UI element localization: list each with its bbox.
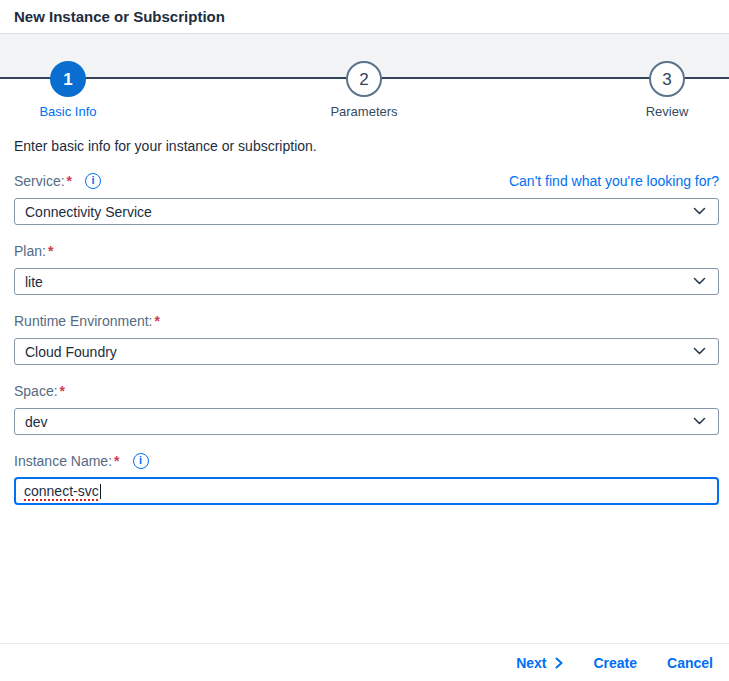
chevron-down-icon bbox=[693, 207, 706, 216]
wizard-step-basic-info[interactable]: 1 Basic Info bbox=[0, 61, 138, 119]
runtime-select[interactable]: Cloud Foundry bbox=[14, 338, 719, 365]
service-label: Service: bbox=[14, 173, 65, 189]
plan-label: Plan: bbox=[14, 243, 46, 259]
chevron-down-icon bbox=[693, 417, 706, 426]
page-title: New Instance or Subscription bbox=[14, 8, 225, 25]
step-2-label: Parameters bbox=[330, 104, 397, 119]
next-button[interactable]: Next bbox=[516, 655, 563, 671]
create-button[interactable]: Create bbox=[593, 655, 637, 671]
cancel-button-label: Cancel bbox=[667, 655, 713, 671]
chevron-down-icon bbox=[693, 277, 706, 286]
wizard-step-review[interactable]: 3 Review bbox=[597, 61, 729, 119]
runtime-select-value: Cloud Foundry bbox=[25, 344, 117, 360]
info-icon[interactable]: i bbox=[85, 173, 101, 189]
space-label-row: Space: * bbox=[14, 382, 719, 399]
dialog-titlebar: New Instance or Subscription bbox=[0, 0, 729, 34]
runtime-required-marker: * bbox=[155, 313, 160, 329]
wizard-step-parameters[interactable]: 2 Parameters bbox=[294, 61, 434, 119]
step-1-circle: 1 bbox=[50, 61, 86, 97]
text-caret bbox=[100, 484, 102, 499]
service-label-row: Service: * i Can't find what you're look… bbox=[14, 172, 719, 189]
chevron-down-icon bbox=[693, 347, 706, 356]
plan-select-value: lite bbox=[25, 274, 43, 290]
service-select[interactable]: Connectivity Service bbox=[14, 198, 719, 225]
runtime-label: Runtime Environment: bbox=[14, 313, 153, 329]
service-select-value: Connectivity Service bbox=[25, 204, 152, 220]
create-button-label: Create bbox=[593, 655, 637, 671]
runtime-label-row: Runtime Environment: * bbox=[14, 312, 719, 329]
step-2-circle: 2 bbox=[346, 61, 382, 97]
space-select-value: dev bbox=[25, 414, 48, 430]
plan-select[interactable]: lite bbox=[14, 268, 719, 295]
space-select[interactable]: dev bbox=[14, 408, 719, 435]
instance-name-required-marker: * bbox=[114, 453, 119, 469]
footer-bar: Next Create Cancel bbox=[0, 643, 729, 681]
next-button-label: Next bbox=[516, 655, 546, 671]
instance-name-value: connect-svc bbox=[24, 483, 99, 499]
step-1-label: Basic Info bbox=[39, 104, 96, 119]
space-required-marker: * bbox=[60, 383, 65, 399]
plan-label-row: Plan: * bbox=[14, 242, 719, 259]
info-icon[interactable]: i bbox=[133, 453, 149, 469]
service-required-marker: * bbox=[67, 173, 72, 189]
form-area: Enter basic info for your instance or su… bbox=[0, 138, 729, 505]
instance-name-label-row: Instance Name: * i bbox=[14, 452, 719, 469]
instance-name-label: Instance Name: bbox=[14, 453, 112, 469]
step-3-circle: 3 bbox=[649, 61, 685, 97]
step-3-label: Review bbox=[646, 104, 689, 119]
wizard-tracker: 1 Basic Info 2 Parameters 3 Review bbox=[0, 34, 729, 126]
space-label: Space: bbox=[14, 383, 58, 399]
instance-name-input[interactable]: connect-svc bbox=[14, 477, 719, 505]
intro-text: Enter basic info for your instance or su… bbox=[14, 138, 719, 154]
plan-required-marker: * bbox=[48, 243, 53, 259]
cancel-button[interactable]: Cancel bbox=[667, 655, 713, 671]
cant-find-link[interactable]: Can't find what you're looking for? bbox=[509, 173, 719, 189]
chevron-right-icon bbox=[555, 657, 563, 669]
